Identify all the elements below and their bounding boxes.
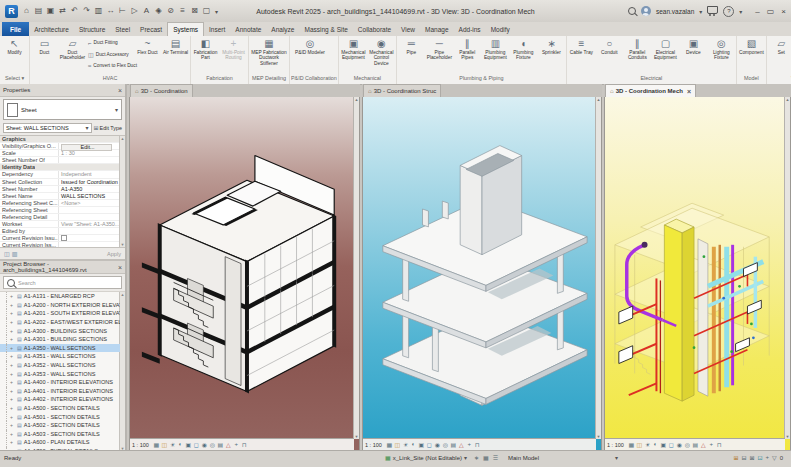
property-value[interactable]: Independent — [59, 171, 120, 177]
reveal-hidden-elements-icon[interactable]: ◎ — [684, 441, 691, 448]
sheet-tree-item[interactable]: +▤A1-A501 - SECTION DETAILS — [0, 412, 120, 421]
close-icon[interactable]: × — [118, 87, 122, 94]
section-icon[interactable]: ⊘ — [165, 4, 176, 18]
vertical-scrollbar[interactable]: ▲▼ — [595, 97, 601, 439]
detail-level-icon[interactable]: ▦ — [153, 441, 160, 448]
ribbon-tab[interactable]: Modify — [486, 22, 515, 36]
redo-icon[interactable]: ↷ — [81, 4, 92, 18]
tree-expand-icon[interactable]: + — [10, 336, 15, 342]
sheet-tree-item[interactable]: +▤A1-A402 - INTERIOR ELEVATIONS — [0, 395, 120, 404]
ribbon-tab[interactable]: Architecture — [29, 22, 74, 36]
ribbon-button[interactable]: ⌐Duct Fitting — [87, 37, 133, 49]
help-icon[interactable]: ? — [723, 6, 734, 17]
revit-logo-icon[interactable]: R — [5, 5, 18, 18]
ribbon-tab[interactable]: Precast — [135, 22, 167, 36]
tree-expand-icon[interactable]: + — [10, 388, 15, 394]
reveal-constraints-icon[interactable]: ⊓ — [241, 441, 248, 448]
property-row[interactable]: Scale1 : 30 — [0, 150, 120, 157]
displacement-sets-icon[interactable]: + — [233, 441, 240, 448]
browser-search-input[interactable]: Search — [3, 276, 122, 289]
ribbon-button[interactable]: ○Conduit — [596, 37, 623, 72]
ribbon-tab[interactable]: Add-ins — [454, 22, 486, 36]
tree-expand-icon[interactable]: + — [10, 379, 15, 385]
ribbon-tab[interactable]: Annotate — [230, 22, 266, 36]
close-button[interactable]: × — [781, 7, 786, 16]
property-row[interactable]: Visibility/Graphics O...Edit... — [0, 143, 120, 150]
switch-windows-icon[interactable]: ▢ — [201, 4, 212, 18]
apply-button[interactable]: Apply — [107, 251, 121, 257]
visual-style-icon[interactable]: ◫ — [394, 441, 401, 448]
visual-style-icon[interactable]: ◫ — [636, 441, 643, 448]
minimize-button[interactable]: – — [755, 7, 759, 16]
properties-scrollbar[interactable]: ▲▼ — [119, 136, 125, 247]
sheet-tree-item[interactable]: +▤A1-A202 - EAST/WEST EXTERIOR ELEVAT... — [0, 318, 120, 327]
view-canvas-coordination-struc[interactable]: ▲▼ 1 : 100 ▦◫☀◐▣◻◉◎▤△+⊓ — [362, 97, 602, 451]
ribbon-button[interactable]: ≈Convert to Flex Duct — [87, 60, 133, 72]
undo-icon[interactable]: ↶ — [69, 4, 80, 18]
temporary-view-properties-icon[interactable]: ▤ — [692, 441, 699, 448]
tree-expand-icon[interactable]: + — [10, 431, 15, 437]
properties-help-icon[interactable]: ◫ — [4, 250, 10, 257]
tree-expand-icon[interactable]: + — [10, 293, 15, 299]
ribbon-button[interactable]: ◧Fabrication Part — [192, 37, 219, 72]
sheet-tree-item[interactable]: +▤A1-A401 - INTERIOR ELEVATIONS — [0, 387, 120, 396]
property-row[interactable]: Sheet NumberA1-A350 — [0, 186, 120, 193]
view-canvas-coordination[interactable]: ▲▼ 1 : 100 ▦◫☀◐▣◻◉◎▤△+⊓ — [129, 97, 360, 451]
view-tab-coordination-mech[interactable]: ⌂ 3D - Coordination Mech × — [605, 84, 696, 97]
ribbon-button[interactable]: ▱Duct Placeholder — [59, 37, 86, 72]
ribbon-button[interactable]: ▥Plumbing Equipment — [482, 37, 509, 72]
tree-expand-icon[interactable]: + — [10, 422, 15, 428]
view-scale[interactable]: 1 : 100 — [132, 442, 149, 448]
text-icon[interactable]: A — [141, 4, 152, 18]
tree-expand-icon[interactable]: + — [10, 362, 15, 368]
ribbon-button[interactable]: ◎Lighting Fixture — [708, 37, 735, 72]
save-icon[interactable]: ▣ — [45, 4, 56, 18]
sheet-tree-item[interactable]: +▤A1-A503 - SECTION DETAILS — [0, 430, 120, 439]
thin-lines-icon[interactable]: ≡ — [177, 4, 188, 18]
property-row[interactable]: Sheet CollectionIssued for Coordination — [0, 179, 120, 186]
sheet-tree-item[interactable]: +▤A1-A353 - WALL SECTIONS — [0, 369, 120, 378]
displacement-sets-icon[interactable]: + — [708, 441, 715, 448]
visual-style-icon[interactable]: ◫ — [161, 441, 168, 448]
property-value[interactable]: 1 : 30 — [59, 150, 120, 156]
tree-expand-icon[interactable]: + — [10, 310, 15, 316]
temporary-view-properties-icon[interactable]: ▤ — [217, 441, 224, 448]
property-row[interactable]: Referencing Sheet C...<None> — [0, 200, 120, 207]
user-account-name[interactable]: sean.vazalan — [656, 8, 694, 15]
measure-icon[interactable]: ↔ — [105, 4, 116, 18]
detail-level-icon[interactable]: ▦ — [386, 441, 393, 448]
select-by-face-icon[interactable]: ⊡ — [757, 454, 762, 461]
edit-type-button[interactable]: ⊞ Edit Type — [94, 124, 122, 131]
aligned-dimension-icon[interactable]: ⊢ — [117, 4, 128, 18]
property-row[interactable]: DependencyIndependent — [0, 171, 120, 178]
temporary-hide-isolate-icon[interactable]: ◉ — [434, 441, 441, 448]
view-scale[interactable]: 1 : 100 — [607, 442, 624, 448]
properties-filter-icon[interactable]: ▥ — [12, 250, 18, 257]
property-row[interactable]: WorksetView "Sheet: A1-A350... — [0, 221, 120, 228]
property-row[interactable]: Edited by — [0, 228, 120, 235]
ribbon-tab[interactable]: Insert — [204, 22, 230, 36]
reveal-constraints-icon[interactable]: ⊓ — [716, 441, 723, 448]
tree-expand-icon[interactable]: + — [10, 328, 15, 334]
sheet-tree-item[interactable]: +▤A1-A201 - SOUTH EXTERIOR ELEVATION — [0, 309, 120, 318]
sheet-tree-item[interactable]: +▤A1-A502 - SECTION DETAILS — [0, 421, 120, 430]
show-crop-region-icon[interactable]: ◻ — [668, 441, 675, 448]
ribbon-button[interactable]: ◎P&ID Modeler — [291, 37, 329, 72]
ribbon-button[interactable]: ─Pipe Placeholder — [426, 37, 453, 72]
property-row[interactable]: Referencing Sheet — [0, 207, 120, 214]
sheet-tree-item[interactable]: +▤A1-A400 - INTERIOR ELEVATIONS — [0, 378, 120, 387]
properties-header[interactable]: Properties × — [0, 84, 125, 97]
displacement-sets-icon[interactable]: + — [466, 441, 473, 448]
restore-button[interactable]: ▭ — [767, 7, 775, 16]
ribbon-tab[interactable]: File — [2, 22, 29, 36]
select-underlay-icon[interactable]: ⊟ — [741, 454, 746, 461]
sheet-tree-item[interactable]: +▤A1-A600 - PLAN DETAILS — [0, 438, 120, 447]
search-icon[interactable] — [628, 7, 636, 15]
ribbon-button[interactable]: ≡Cable Tray — [568, 37, 595, 72]
user-avatar[interactable] — [641, 6, 651, 16]
sun-path-icon[interactable]: ☀ — [402, 441, 409, 448]
sync-icon[interactable]: ⇄ — [57, 4, 68, 18]
ribbon-button[interactable]: ◖Plumbing Fixture — [510, 37, 537, 72]
vertical-scrollbar[interactable]: ▲▼ — [353, 97, 359, 439]
tree-expand-icon[interactable]: + — [10, 405, 15, 411]
